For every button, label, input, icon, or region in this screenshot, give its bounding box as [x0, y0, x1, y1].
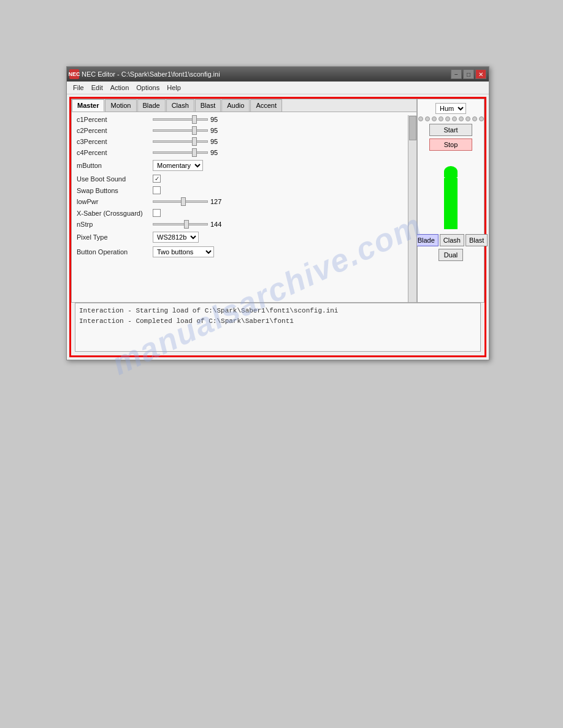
blade-tip	[444, 166, 458, 177]
start-button[interactable]: Start	[429, 124, 472, 136]
swap-buttons-label: Swap Buttons	[77, 187, 150, 194]
pixel-type-row: Pixel Type WS2812b	[77, 232, 412, 243]
c4percent-row: c4Percent 95	[77, 149, 412, 156]
hum-select-row: Hum	[435, 103, 466, 114]
dot-1	[418, 116, 423, 121]
log-line-1: Interaction - Starting load of C:\Spark\…	[79, 306, 477, 316]
blade-bar	[444, 177, 458, 229]
nstrp-thumb[interactable]	[184, 220, 189, 229]
c2percent-label: c2Percent	[77, 127, 150, 134]
menu-help[interactable]: Help	[163, 83, 185, 93]
form-area: c1Percent 95 c2Percent	[72, 112, 416, 302]
clash-view-button[interactable]: Clash	[440, 234, 464, 246]
c2percent-slider-wrap: 95	[153, 127, 412, 134]
view-buttons-row: Blade Clash Blast	[414, 234, 488, 246]
menu-action[interactable]: Action	[107, 83, 133, 93]
tab-master[interactable]: Master	[72, 99, 104, 112]
menu-edit[interactable]: Edit	[88, 83, 107, 93]
tab-motion[interactable]: Motion	[105, 99, 136, 112]
button-operation-row: Button Operation Two buttons One button	[77, 246, 412, 257]
dot-10	[479, 116, 484, 121]
c3percent-thumb[interactable]	[192, 137, 197, 146]
main-window: NEC NEC Editor - C:\Spark\Saber1\font1\s…	[66, 66, 489, 360]
c3percent-slider-wrap: 95	[153, 138, 412, 145]
c1percent-value: 95	[210, 116, 229, 123]
c4percent-track[interactable]	[153, 151, 208, 154]
title-bar-left: NEC NEC Editor - C:\Spark\Saber1\font1\s…	[69, 69, 220, 79]
dot-4	[439, 116, 443, 121]
lowpwr-slider-wrap: 127	[153, 198, 412, 205]
menu-bar: File Edit Action Options Help	[67, 82, 489, 94]
use-boot-sound-row: Use Boot Sound	[77, 175, 412, 183]
tab-blade[interactable]: Blade	[137, 99, 166, 112]
scroll-thumb[interactable]	[409, 116, 416, 140]
lowpwr-track[interactable]	[153, 200, 208, 203]
nstrp-slider-wrap: 144	[153, 221, 412, 228]
window-title: NEC Editor - C:\Spark\Saber1\font1\sconf…	[82, 70, 220, 78]
c4percent-value: 95	[210, 149, 229, 156]
lowpwr-label: lowPwr	[77, 198, 150, 205]
use-boot-sound-checkbox[interactable]	[153, 175, 161, 183]
tab-blast[interactable]: Blast	[195, 99, 221, 112]
nstrp-track[interactable]	[153, 223, 208, 226]
menu-file[interactable]: File	[69, 83, 88, 93]
dot-5	[445, 116, 450, 121]
tab-clash[interactable]: Clash	[166, 99, 194, 112]
close-button[interactable]: ✕	[475, 69, 486, 79]
c4percent-slider-wrap: 95	[153, 149, 412, 156]
title-bar: NEC NEC Editor - C:\Spark\Saber1\font1\s…	[67, 67, 489, 82]
blast-view-button[interactable]: Blast	[465, 234, 488, 246]
blade-view-button[interactable]: Blade	[414, 234, 439, 246]
hum-select[interactable]: Hum	[435, 103, 466, 114]
c1percent-label: c1Percent	[77, 116, 150, 123]
mbutton-row: mButton Momentary Toggle	[77, 160, 412, 171]
scrollbar[interactable]	[408, 115, 416, 303]
c4percent-thumb[interactable]	[192, 148, 197, 157]
c3percent-track[interactable]	[153, 140, 208, 143]
c2percent-thumb[interactable]	[192, 126, 197, 135]
c1percent-thumb[interactable]	[192, 115, 197, 124]
tab-audio[interactable]: Audio	[221, 99, 250, 112]
right-panel: Hum Start	[417, 99, 484, 303]
blade-visualization	[426, 156, 475, 229]
c4percent-label: c4Percent	[77, 149, 150, 156]
app-icon: NEC	[69, 69, 79, 79]
c1percent-track[interactable]	[153, 118, 208, 121]
nstrp-value: 144	[210, 221, 229, 228]
dots-row	[418, 116, 484, 121]
button-operation-label: Button Operation	[77, 248, 150, 256]
c3percent-label: c3Percent	[77, 138, 150, 145]
lowpwr-row: lowPwr 127	[77, 198, 412, 205]
c1percent-slider-wrap: 95	[153, 116, 412, 123]
menu-options[interactable]: Options	[132, 83, 163, 93]
mbutton-label: mButton	[77, 162, 150, 169]
c2percent-value: 95	[210, 127, 229, 134]
log-area: Interaction - Starting load of C:\Spark\…	[75, 303, 481, 352]
c2percent-track[interactable]	[153, 129, 208, 132]
nstrp-label: nStrp	[77, 221, 150, 228]
dot-2	[425, 116, 430, 121]
dual-button[interactable]: Dual	[439, 249, 464, 261]
dot-9	[472, 116, 477, 121]
maximize-button[interactable]: □	[463, 69, 474, 79]
swap-buttons-checkbox[interactable]	[153, 186, 161, 194]
lowpwr-thumb[interactable]	[181, 197, 186, 206]
dot-7	[459, 116, 464, 121]
pixel-type-select[interactable]: WS2812b	[153, 232, 199, 243]
use-boot-sound-label: Use Boot Sound	[77, 175, 150, 183]
dot-3	[432, 116, 437, 121]
stop-button[interactable]: Stop	[429, 138, 472, 151]
c3percent-row: c3Percent 95	[77, 138, 412, 145]
tab-accent[interactable]: Accent	[250, 99, 282, 112]
swap-buttons-row: Swap Buttons	[77, 186, 412, 194]
button-operation-select[interactable]: Two buttons One button	[153, 246, 214, 257]
xsaber-row: X-Saber (Crossguard)	[77, 209, 412, 217]
dot-6	[452, 116, 457, 121]
mbutton-select[interactable]: Momentary Toggle	[153, 160, 203, 171]
c2percent-row: c2Percent 95	[77, 127, 412, 134]
dot-8	[465, 116, 470, 121]
pixel-type-label: Pixel Type	[77, 233, 150, 241]
minimize-button[interactable]: −	[451, 69, 462, 79]
log-line-2: Interaction - Completed load of C:\Spark…	[79, 316, 477, 327]
xsaber-checkbox[interactable]	[153, 209, 161, 217]
